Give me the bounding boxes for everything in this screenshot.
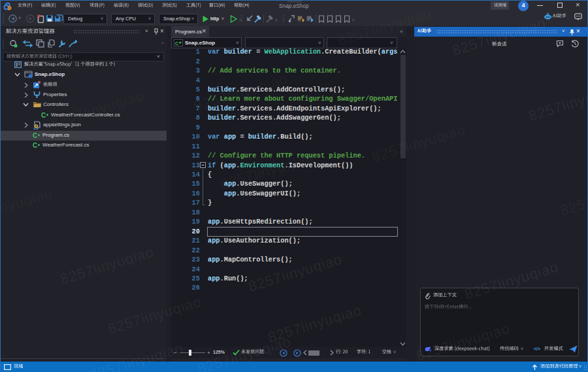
svg-text:C: C	[33, 142, 37, 149]
svg-text:C: C	[175, 41, 179, 46]
svg-text:C: C	[41, 112, 46, 119]
svg-text:C: C	[33, 132, 37, 139]
